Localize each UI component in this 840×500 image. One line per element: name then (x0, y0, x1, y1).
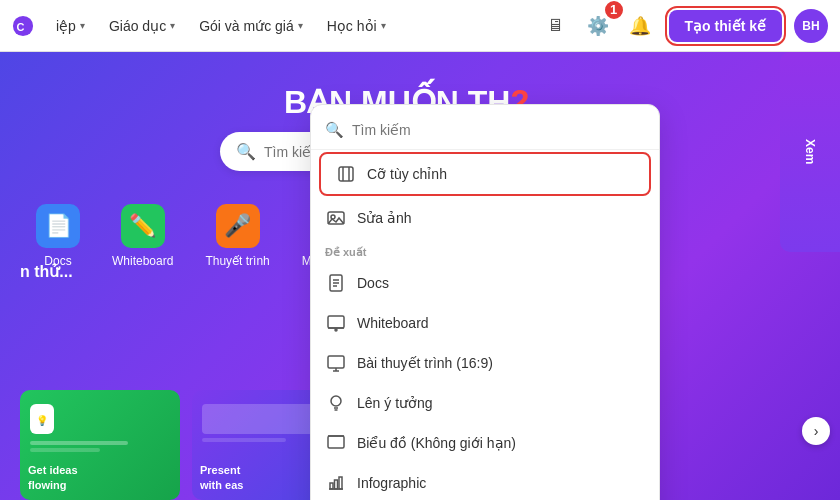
edit-image-icon (325, 207, 347, 229)
next-arrow[interactable]: › (802, 417, 830, 445)
right-panel-hint: Xem (780, 52, 840, 252)
preview-card-ideas[interactable]: 💡 Get ideasflowing (20, 390, 180, 500)
bell-icon[interactable]: 🔔 (623, 9, 657, 43)
idea-menu-icon (325, 392, 347, 414)
dropdown-section-label: Đề xuất (311, 238, 659, 263)
settings-icon[interactable]: ⚙️ 1 (581, 9, 615, 43)
dropdown-item-idea[interactable]: Lên ý tưởng (311, 383, 659, 423)
main-area: BẠN MUỐN TH2... 🔍 📄 Docs ✏️ Whiteboard 🎤… (0, 52, 840, 500)
avatar[interactable]: BH (794, 9, 828, 43)
notification-badge-1: 1 (603, 0, 625, 21)
preview-label: n thử... (20, 262, 73, 281)
whiteboard-menu-icon (325, 312, 347, 334)
presentation-menu-icon (325, 352, 347, 374)
whiteboard-icon: ✏️ (121, 204, 165, 248)
chevron-down-icon: ▾ (170, 20, 175, 31)
icon-item-whiteboard[interactable]: ✏️ Whiteboard (96, 192, 189, 280)
custom-size-icon (335, 163, 357, 185)
docs-menu-icon (325, 272, 347, 294)
chevron-down-icon: ▾ (298, 20, 303, 31)
chart-menu-icon (325, 432, 347, 454)
svg-rect-26 (339, 477, 342, 489)
chevron-down-icon: ▾ (80, 20, 85, 31)
dropdown-search-input[interactable] (352, 122, 645, 138)
dropdown-item-docs[interactable]: Docs (311, 263, 659, 303)
dropdown-menu: 🔍 Cỡ tùy chỉnh Sửa (310, 104, 660, 500)
svg-rect-14 (328, 356, 344, 368)
svg-rect-11 (328, 316, 344, 328)
dropdown-item-infographic[interactable]: Infographic (311, 463, 659, 500)
create-design-button[interactable]: Tạo thiết kế (669, 10, 782, 42)
nav-item-file[interactable]: iệp ▾ (46, 12, 95, 40)
svg-rect-24 (330, 483, 333, 489)
dropdown-item-whiteboard[interactable]: Whiteboard (311, 303, 659, 343)
docs-icon: 📄 (36, 204, 80, 248)
chevron-down-icon: ▾ (381, 20, 386, 31)
icon-item-presentation[interactable]: 🎤 Thuyết trình (189, 192, 285, 280)
monitor-icon[interactable]: 🖥 (539, 9, 573, 43)
dropdown-search-icon: 🔍 (325, 121, 344, 139)
logo[interactable]: C (12, 15, 34, 37)
dropdown-item-edit-image[interactable]: Sửa ảnh (311, 198, 659, 238)
infographic-menu-icon (325, 472, 347, 494)
dropdown-search-container[interactable]: 🔍 (311, 113, 659, 150)
card-ideas-text: Get ideasflowing (28, 463, 78, 492)
svg-rect-2 (339, 167, 353, 181)
card-present-text: Presentwith eas (200, 463, 243, 492)
nav-item-education[interactable]: Giáo dục ▾ (99, 12, 185, 40)
dropdown-item-custom-size[interactable]: Cỡ tùy chỉnh (319, 152, 651, 196)
svg-text:C: C (17, 20, 25, 32)
svg-point-13 (335, 329, 337, 331)
dropdown-item-chart[interactable]: Biểu đồ (Không giới hạn) (311, 423, 659, 463)
svg-rect-25 (335, 480, 338, 489)
svg-point-17 (331, 396, 341, 406)
nav-item-pricing[interactable]: Gói và mức giá ▾ (189, 12, 313, 40)
navbar: C iệp ▾ Giáo dục ▾ Gói và mức giá ▾ Học … (0, 0, 840, 52)
nav-icons: 🖥 ⚙️ 1 🔔 (539, 9, 657, 43)
dropdown-item-presentation[interactable]: Bài thuyết trình (16:9) (311, 343, 659, 383)
svg-rect-20 (328, 436, 344, 448)
presentation-icon: 🎤 (216, 204, 260, 248)
nav-item-learn[interactable]: Học hỏi ▾ (317, 12, 396, 40)
search-icon: 🔍 (236, 142, 256, 161)
